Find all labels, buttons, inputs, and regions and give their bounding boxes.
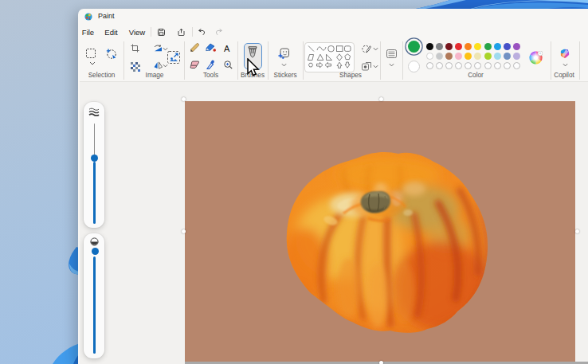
svg-text:i: i	[540, 51, 541, 55]
